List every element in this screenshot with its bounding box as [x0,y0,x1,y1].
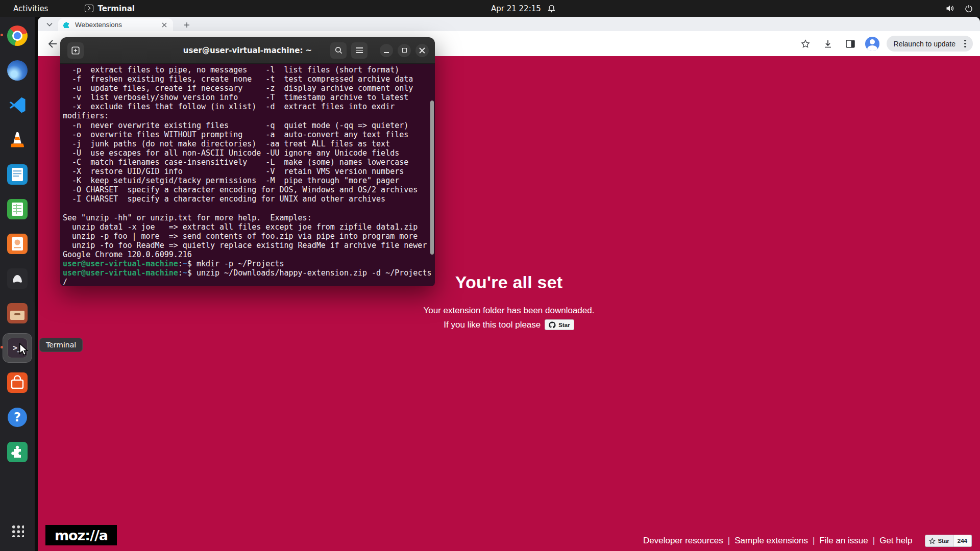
show-applications-button[interactable] [3,516,32,545]
maximize-icon [402,48,407,53]
green-puzzle-icon [7,441,28,463]
hamburger-icon [356,47,363,53]
system-status-area[interactable] [946,0,973,17]
browser-tab[interactable]: Webextensions [58,18,173,31]
dark-app-icon [7,268,28,289]
terminal-maximize-button[interactable] [398,44,411,57]
star-request-text: If you like this tool please [444,320,541,330]
dock-item-libreoffice-writer[interactable] [3,160,32,189]
terminal-line: -u update files, create if necessary -z … [63,84,430,93]
impress-icon [7,233,28,255]
minimize-icon [384,52,389,53]
browser-menu-icon[interactable] [961,39,970,48]
chevron-down-icon [46,22,53,27]
tab-strip: Webextensions [38,17,980,31]
downloads-button[interactable] [820,36,836,52]
terminal-headerbar[interactable]: user@user-virtual-machine: ~ [60,37,435,64]
terminal-line: modifiers: [63,111,430,120]
terminal-window: user@user-virtual-machine: ~ -p extract … [60,37,435,286]
dock-item-chrome[interactable] [3,21,32,50]
dock-item-libreoffice-calc[interactable] [3,195,32,223]
footer-link[interactable]: Sample extensions [730,536,813,546]
search-icon [335,46,342,54]
power-icon [965,5,973,13]
close-icon [419,47,425,54]
terminal-line: unzip -p foo | more => send contents of … [63,232,430,241]
footer-link[interactable]: File an issue [815,536,872,546]
plus-icon [184,22,190,28]
tab-search-button[interactable] [44,19,55,30]
vlc-icon [7,129,28,151]
terminal-line: -j junk paths (do not make directories) … [63,139,430,148]
terminal-scrollbar-thumb[interactable] [430,101,434,255]
side-panel-button[interactable] [843,36,858,52]
github-star-badge[interactable]: Star 244 [925,535,972,547]
terminal-output[interactable]: -p extract files to pipe, no messages -l… [60,64,435,286]
terminal-menu-button[interactable] [351,42,368,59]
github-star-button[interactable]: Star [545,319,574,330]
bookmark-button[interactable] [798,36,813,52]
badge-star-label: Star [938,538,949,544]
terminal-close-button[interactable] [415,44,429,57]
terminal-line: See "unzip -hh" or unzip.txt for more he… [63,213,430,222]
toolbar-actions: Relaunch to update [798,31,973,56]
focused-app-label: Terminal [97,4,135,13]
calc-icon [7,198,28,220]
ubuntu-software-icon [7,372,28,393]
dock-item-ubuntu-software[interactable] [3,368,32,397]
terminal-minimize-button[interactable] [380,44,393,57]
volume-icon [946,5,954,12]
writer-icon [7,164,28,185]
footer-link[interactable]: Developer resources [639,536,728,546]
back-button[interactable] [44,35,61,53]
terminal-search-button[interactable] [330,42,347,59]
tab-close-button[interactable] [160,20,169,30]
clock-label: Apr 21 22:15 [491,4,541,13]
terminal-line: -C match filenames case-insensitively -L… [63,158,430,167]
footer-link[interactable]: Get help [875,536,917,546]
help-icon: ? [8,408,27,427]
file-cabinet-icon [7,303,28,324]
terminal-line: Google Chrome 120.0.6099.216 [63,250,430,259]
clock-menu[interactable]: Apr 21 22:15 [486,0,560,17]
terminal-line: -f freshen existing files, create none -… [63,74,430,84]
dock-item-help[interactable]: ? [3,403,32,432]
desktop: Activities Terminal Apr 21 22:15 [0,0,980,551]
dock-item-libreoffice-impress[interactable] [3,230,32,258]
back-arrow-icon [48,40,57,48]
dock-item-green-app[interactable] [3,438,32,466]
app-grid-icon [11,524,24,537]
mouse-cursor [18,343,30,356]
terminal-line: user@user-virtual-machine:~$ mkdir -p ~/… [63,259,430,268]
github-star-label: Star [558,322,570,328]
terminal-line: -o overwrite files WITHOUT prompting -a … [63,130,430,139]
profile-avatar[interactable] [865,37,879,51]
terminal-line: unzip -fo foo ReadMe => quietly replace … [63,241,430,250]
terminal-line: -p extract files to pipe, no messages -l… [63,65,430,74]
github-octocat-icon [549,321,556,329]
focused-app-menu[interactable]: Terminal [85,4,135,13]
relaunch-to-update-button[interactable]: Relaunch to update [887,36,973,52]
mozilla-wordmark: moz://a [55,528,108,543]
terminal-new-tab-button[interactable] [67,42,84,59]
terminal-line: -v list verbosely/show version info -T t… [63,93,430,102]
dock-item-dark-app[interactable] [3,264,32,293]
dock-item-file-drawer[interactable] [3,299,32,328]
dock-item-vlc[interactable] [3,126,32,154]
dock-item-vscode[interactable] [3,91,32,119]
star-outline-icon [929,538,936,544]
dock-item-blue-globe[interactable] [3,56,32,85]
badge-star-count: 244 [953,535,972,547]
download-confirmation-text: Your extension folder has been downloade… [38,306,980,316]
download-icon [823,39,832,48]
help-glyph: ? [14,410,21,424]
dock: >_ ? [0,17,35,551]
terminal-line: -n never overwrite existing files -q qui… [63,121,430,130]
terminal-line: -O CHARSET specify a character encoding … [63,185,430,194]
puzzle-favicon [62,21,70,29]
page-footer: Developer resources|Sample extensions|Fi… [639,535,972,547]
terminal-line: -U use escapes for all non-ASCII Unicode… [63,148,430,158]
gnome-top-bar: Activities Terminal Apr 21 22:15 [0,0,980,17]
activities-button[interactable]: Activities [9,3,52,14]
new-tab-button[interactable] [181,19,193,31]
